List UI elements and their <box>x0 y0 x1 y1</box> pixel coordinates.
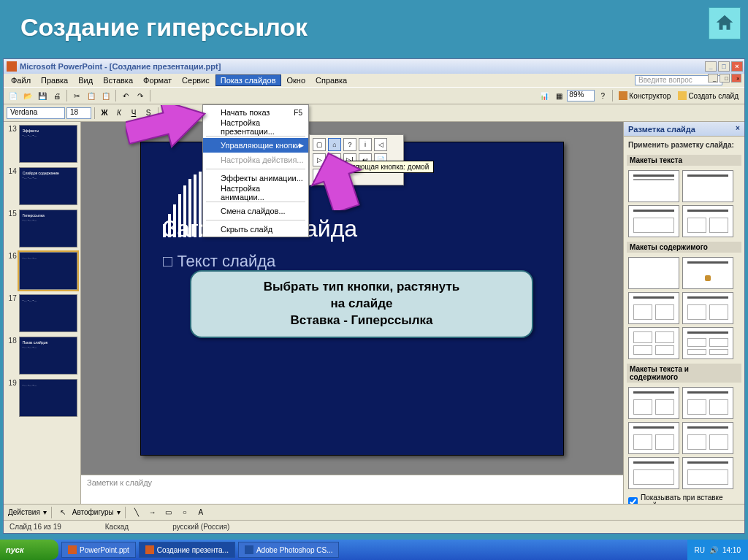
line-icon[interactable]: ╲ <box>130 506 143 519</box>
layout-tc5[interactable] <box>628 457 679 489</box>
pointer-arrow-2 <box>308 152 367 210</box>
menu-edit[interactable]: Правка <box>37 75 72 85</box>
layout-title[interactable] <box>628 170 679 202</box>
print-icon[interactable]: 🖨 <box>50 89 64 102</box>
undo-icon[interactable]: ↶ <box>119 89 132 102</box>
thumbnail-slide[interactable]: Гиперссылка• ... • ... • ... <box>19 210 77 248</box>
action-button-help[interactable]: ? <box>343 138 356 151</box>
thumbnail-slide[interactable]: Показ слайдов• ... • ... • ... <box>19 337 77 375</box>
thumbnail-row[interactable]: 15Гиперссылка• ... • ... • ... <box>7 210 77 248</box>
konstruktor-button[interactable]: Конструктор <box>616 91 673 100</box>
start-button[interactable]: пуск <box>0 540 58 560</box>
notes-pane[interactable]: Заметки к слайду <box>81 475 623 504</box>
select-icon[interactable]: ↖ <box>56 506 69 519</box>
oval-icon[interactable]: ○ <box>178 506 191 519</box>
menu-format[interactable]: Формат <box>139 75 176 85</box>
rect-icon[interactable]: ▭ <box>162 506 175 519</box>
thumbnail-row[interactable]: 13Эффекты• ... • ... • ... <box>7 125 77 163</box>
actions-dropdown[interactable]: Действия <box>8 508 40 516</box>
layout-tc3[interactable] <box>628 422 679 454</box>
taskbar-item-2[interactable]: Создание презента... <box>139 542 235 558</box>
thumbnail-slide[interactable]: Слайдов содержание• ... • ... • ... <box>19 167 77 205</box>
menu-item[interactable]: Смена слайдов... <box>203 204 308 218</box>
minimize-button[interactable]: _ <box>705 61 717 72</box>
layout-4content[interactable] <box>628 327 679 359</box>
menu-item[interactable]: Настройка анимации... <box>203 185 308 200</box>
menu-item[interactable]: Управляющие кнопки▶ <box>203 138 308 153</box>
action-button-info[interactable]: i <box>359 138 372 151</box>
chart-icon[interactable]: 📊 <box>538 89 551 102</box>
copy-icon[interactable]: 📋 <box>85 89 98 102</box>
redo-icon[interactable]: ↷ <box>134 89 147 102</box>
layout-title-only[interactable] <box>682 170 733 202</box>
taskpane-close[interactable]: × <box>733 124 743 134</box>
layout-blank[interactable] <box>628 257 679 289</box>
cut-icon[interactable]: ✂ <box>70 89 83 102</box>
thumbnail-row[interactable]: 16• ... • ... • ... <box>7 252 77 290</box>
layout-tc4[interactable] <box>682 422 733 454</box>
doc-restore[interactable]: □ <box>720 74 730 83</box>
tray-lang[interactable]: RU <box>695 546 705 554</box>
thumbnail-row[interactable]: 18Показ слайдов• ... • ... • ... <box>7 337 77 375</box>
new-icon[interactable]: 📄 <box>7 89 20 102</box>
layout-title-body[interactable] <box>628 205 679 237</box>
template-name: Каскад <box>105 523 129 531</box>
menu-item[interactable]: Эффекты анимации... <box>203 171 308 185</box>
save-icon[interactable]: 💾 <box>36 89 49 102</box>
layout-4content2[interactable] <box>682 327 733 359</box>
menu-item[interactable]: Скрыть слайд <box>203 222 308 237</box>
layout-two-column[interactable] <box>682 205 733 237</box>
menu-help[interactable]: Справка <box>311 75 351 85</box>
home-button[interactable] <box>709 7 741 39</box>
tray-icon[interactable]: 🔊 <box>709 546 718 554</box>
help-icon[interactable]: ? <box>596 89 609 102</box>
menu-slideshow[interactable]: Показ слайдов <box>215 74 281 86</box>
thumbnail-slide[interactable]: • ... • ... • ... <box>19 294 77 332</box>
layout-tc1[interactable] <box>628 387 679 419</box>
taskbar-item-3[interactable]: Adobe Photoshop CS... <box>238 542 340 558</box>
textbox-icon[interactable]: A <box>194 506 207 519</box>
bold-icon[interactable]: Ж <box>98 107 111 120</box>
checkbox-input[interactable] <box>628 497 638 505</box>
paste-icon[interactable]: 📋 <box>99 89 112 102</box>
show-on-insert-checkbox[interactable]: Показывать при вставке слайдов <box>627 491 741 504</box>
menu-item[interactable]: Начать показF5 <box>203 105 308 120</box>
close-button[interactable]: × <box>731 61 743 72</box>
thumbnail-row[interactable]: 19• ... • ... • ... <box>7 379 77 417</box>
maximize-button[interactable]: □ <box>718 61 730 72</box>
thumbnail-row[interactable]: 14Слайдов содержание• ... • ... • ... <box>7 167 77 205</box>
thumbnail-slide[interactable]: • ... • ... • ... <box>19 252 77 290</box>
new-slide-button[interactable]: Создать слайд <box>675 91 741 100</box>
layout-content3[interactable] <box>682 292 733 324</box>
zoom-input[interactable]: 89% <box>567 90 595 101</box>
arrow-icon[interactable]: → <box>146 506 159 519</box>
layout-content2[interactable] <box>628 292 679 324</box>
layout-tc6[interactable] <box>682 457 733 489</box>
menu-tools[interactable]: Сервис <box>178 75 214 85</box>
thumbnail-slide[interactable]: Эффекты• ... • ... • ... <box>19 125 77 163</box>
section-text-layouts: Макеты текста <box>627 155 741 166</box>
action-button-home[interactable]: ⌂ <box>328 138 341 151</box>
font-select[interactable]: Verdana <box>7 107 65 119</box>
taskbar-item-1[interactable]: PowerPoint.ppt <box>61 542 136 558</box>
thumbnail-row[interactable]: 17• ... • ... • ... <box>7 294 77 332</box>
action-button-back[interactable]: ◁ <box>374 138 387 151</box>
thumbnail-number: 19 <box>7 379 17 387</box>
menu-item[interactable]: Настройка презентации... <box>203 120 308 134</box>
layout-tc2[interactable] <box>682 387 733 419</box>
menu-file[interactable]: Файл <box>7 75 35 85</box>
menu-view[interactable]: Вид <box>74 75 97 85</box>
italic-icon[interactable]: К <box>112 107 126 120</box>
layout-content[interactable] <box>682 257 733 289</box>
thumbnail-slide[interactable]: • ... • ... • ... <box>19 379 77 417</box>
action-button-custom[interactable]: ▢ <box>313 138 326 151</box>
font-size-select[interactable]: 18 <box>66 107 91 119</box>
autoshapes-dropdown[interactable]: Автофигуры <box>72 508 114 516</box>
thumbnail-number: 13 <box>7 125 17 133</box>
menu-insert[interactable]: Вставка <box>99 75 137 85</box>
table-icon[interactable]: ▦ <box>552 89 565 102</box>
doc-minimize[interactable]: _ <box>708 74 718 83</box>
menu-window[interactable]: Окно <box>283 75 310 85</box>
open-icon[interactable]: 📂 <box>21 89 34 102</box>
doc-close[interactable]: × <box>731 74 741 83</box>
